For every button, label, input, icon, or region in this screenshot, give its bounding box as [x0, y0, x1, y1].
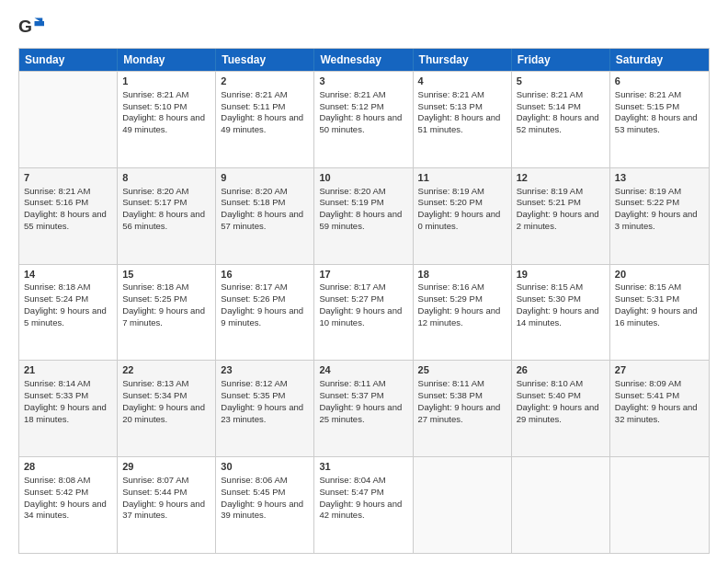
day-number: 14: [24, 268, 112, 282]
calendar-cell: 26Sunrise: 8:10 AMSunset: 5:40 PMDayligh…: [512, 361, 610, 456]
sunrise: Sunrise: 8:18 AM: [24, 282, 90, 292]
calendar-cell: 15Sunrise: 8:18 AMSunset: 5:25 PMDayligh…: [118, 265, 216, 361]
sunrise: Sunrise: 8:18 AM: [122, 282, 188, 292]
sunrise: Sunrise: 8:16 AM: [418, 282, 484, 292]
calendar-cell: 31Sunrise: 8:04 AMSunset: 5:47 PMDayligh…: [314, 457, 413, 553]
sunset: Sunset: 5:12 PM: [319, 101, 383, 111]
daylight: Daylight: 9 hours and 16 minutes.: [615, 305, 698, 327]
day-number: 16: [221, 268, 309, 282]
day-number: 10: [319, 171, 407, 185]
calendar-cell: 14Sunrise: 8:18 AMSunset: 5:24 PMDayligh…: [19, 265, 118, 361]
calendar-cell: 25Sunrise: 8:11 AMSunset: 5:38 PMDayligh…: [414, 361, 512, 456]
day-number: 26: [517, 363, 605, 377]
sunrise: Sunrise: 8:07 AM: [122, 475, 188, 485]
calendar-cell: 20Sunrise: 8:15 AMSunset: 5:31 PMDayligh…: [610, 265, 709, 361]
calendar-row: 21Sunrise: 8:14 AMSunset: 5:33 PMDayligh…: [19, 360, 709, 456]
sunrise: Sunrise: 8:20 AM: [319, 186, 385, 196]
sunrise: Sunrise: 8:13 AM: [122, 378, 188, 388]
sunset: Sunset: 5:11 PM: [221, 101, 285, 111]
weekday-header: Saturday: [610, 49, 709, 71]
sunset: Sunset: 5:24 PM: [24, 293, 88, 304]
daylight: Daylight: 9 hours and 10 minutes.: [319, 305, 402, 327]
day-number: 13: [615, 171, 704, 185]
day-number: 11: [418, 171, 506, 185]
day-number: 20: [615, 268, 704, 282]
day-number: 6: [615, 75, 704, 88]
sunset: Sunset: 5:42 PM: [24, 487, 88, 497]
weekday-header: Tuesday: [216, 49, 314, 71]
daylight: Daylight: 9 hours and 2 minutes.: [517, 209, 599, 231]
weekday-header: Monday: [118, 49, 216, 71]
sunrise: Sunrise: 8:11 AM: [319, 378, 385, 388]
calendar-cell: [610, 457, 709, 553]
calendar-cell: 13Sunrise: 8:19 AMSunset: 5:22 PMDayligh…: [610, 168, 709, 264]
day-number: 7: [24, 171, 112, 185]
calendar-cell: 27Sunrise: 8:09 AMSunset: 5:41 PMDayligh…: [610, 361, 709, 456]
calendar-cell: 19Sunrise: 8:15 AMSunset: 5:30 PMDayligh…: [512, 265, 610, 361]
sunrise: Sunrise: 8:21 AM: [615, 89, 681, 99]
calendar-cell: 11Sunrise: 8:19 AMSunset: 5:20 PMDayligh…: [414, 168, 512, 264]
daylight: Daylight: 9 hours and 27 minutes.: [418, 402, 501, 424]
sunset: Sunset: 5:10 PM: [122, 101, 187, 111]
sunset: Sunset: 5:21 PM: [517, 197, 581, 207]
calendar-cell: 30Sunrise: 8:06 AMSunset: 5:45 PMDayligh…: [216, 457, 314, 553]
sunset: Sunset: 5:13 PM: [418, 101, 483, 111]
daylight: Daylight: 9 hours and 37 minutes.: [122, 499, 205, 521]
sunset: Sunset: 5:45 PM: [221, 487, 285, 497]
sunset: Sunset: 5:25 PM: [122, 293, 187, 304]
calendar-cell: 6Sunrise: 8:21 AMSunset: 5:15 PMDaylight…: [610, 72, 709, 167]
sunset: Sunset: 5:30 PM: [517, 293, 581, 304]
sunset: Sunset: 5:15 PM: [615, 101, 679, 111]
calendar-cell: 1Sunrise: 8:21 AMSunset: 5:10 PMDaylight…: [118, 72, 216, 167]
sunset: Sunset: 5:29 PM: [418, 293, 483, 304]
sunset: Sunset: 5:33 PM: [24, 390, 88, 400]
daylight: Daylight: 9 hours and 0 minutes.: [418, 209, 501, 231]
calendar-cell: 5Sunrise: 8:21 AMSunset: 5:14 PMDaylight…: [512, 72, 610, 167]
day-number: 4: [418, 75, 506, 88]
daylight: Daylight: 8 hours and 51 minutes.: [418, 112, 501, 134]
sunrise: Sunrise: 8:21 AM: [24, 186, 90, 196]
sunrise: Sunrise: 8:21 AM: [122, 89, 188, 99]
calendar-row: 7Sunrise: 8:21 AMSunset: 5:16 PMDaylight…: [19, 167, 709, 264]
svg-text:G: G: [18, 17, 32, 36]
weekday-header: Sunday: [19, 49, 118, 71]
day-number: 21: [24, 363, 112, 377]
sunset: Sunset: 5:22 PM: [615, 197, 679, 207]
daylight: Daylight: 9 hours and 25 minutes.: [319, 402, 402, 424]
calendar-row: 14Sunrise: 8:18 AMSunset: 5:24 PMDayligh…: [19, 264, 709, 361]
day-number: 3: [319, 75, 407, 88]
daylight: Daylight: 9 hours and 7 minutes.: [122, 305, 205, 327]
daylight: Daylight: 9 hours and 9 minutes.: [221, 305, 303, 327]
sunrise: Sunrise: 8:19 AM: [615, 186, 681, 196]
calendar-cell: 2Sunrise: 8:21 AMSunset: 5:11 PMDaylight…: [216, 72, 314, 167]
day-number: 1: [122, 75, 210, 88]
calendar-cell: 29Sunrise: 8:07 AMSunset: 5:44 PMDayligh…: [118, 457, 216, 553]
sunset: Sunset: 5:35 PM: [221, 390, 285, 400]
calendar-cell: 9Sunrise: 8:20 AMSunset: 5:18 PMDaylight…: [216, 168, 314, 264]
sunset: Sunset: 5:27 PM: [319, 293, 383, 304]
sunset: Sunset: 5:40 PM: [517, 390, 581, 400]
calendar-cell: 24Sunrise: 8:11 AMSunset: 5:37 PMDayligh…: [314, 361, 413, 456]
sunset: Sunset: 5:20 PM: [418, 197, 483, 207]
calendar-cell: 28Sunrise: 8:08 AMSunset: 5:42 PMDayligh…: [19, 457, 118, 553]
day-number: 31: [319, 460, 407, 474]
header: G: [18, 15, 710, 40]
sunset: Sunset: 5:38 PM: [418, 390, 483, 400]
sunrise: Sunrise: 8:15 AM: [517, 282, 583, 292]
calendar-cell: 7Sunrise: 8:21 AMSunset: 5:16 PMDaylight…: [19, 168, 118, 264]
calendar-cell: [19, 72, 118, 167]
calendar-cell: 22Sunrise: 8:13 AMSunset: 5:34 PMDayligh…: [118, 361, 216, 456]
daylight: Daylight: 9 hours and 14 minutes.: [517, 305, 599, 327]
page: G SundayMondayTuesdayWednesdayThursdayFr…: [0, 0, 728, 563]
weekday-header: Wednesday: [314, 49, 413, 71]
calendar-cell: 17Sunrise: 8:17 AMSunset: 5:27 PMDayligh…: [314, 265, 413, 361]
sunrise: Sunrise: 8:14 AM: [24, 378, 90, 388]
day-number: 23: [221, 363, 309, 377]
calendar-body: 1Sunrise: 8:21 AMSunset: 5:10 PMDaylight…: [19, 71, 709, 553]
daylight: Daylight: 9 hours and 20 minutes.: [122, 402, 205, 424]
day-number: 22: [122, 363, 210, 377]
svg-marker-2: [35, 21, 45, 26]
day-number: 12: [517, 171, 605, 185]
sunrise: Sunrise: 8:15 AM: [615, 282, 681, 292]
sunrise: Sunrise: 8:19 AM: [418, 186, 484, 196]
